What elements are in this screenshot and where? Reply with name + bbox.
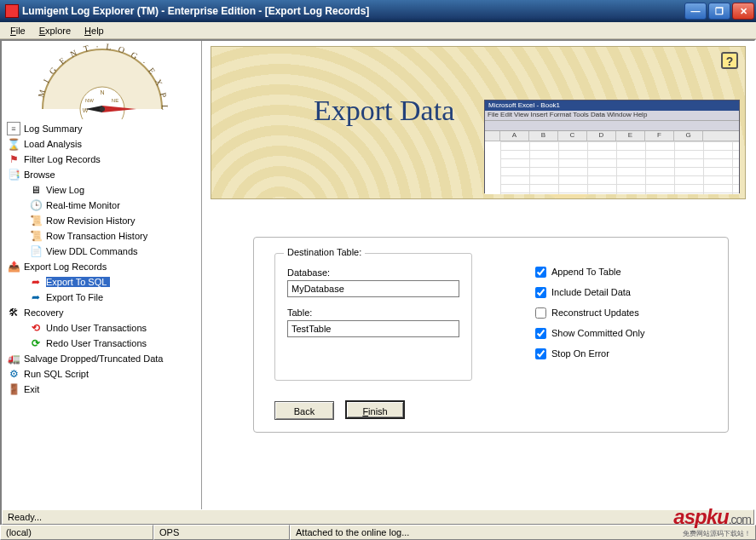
svg-text:NW: NW [85, 98, 94, 103]
compass-logo: M I G E N T · L O G · E X P L O N NW NE … [7, 43, 198, 119]
nav-salvage[interactable]: Salvage Dropped/Truncated Data [7, 351, 198, 366]
nav-row-transaction[interactable]: Row Transaction History [7, 228, 198, 244]
finish-button[interactable]: Finish [345, 400, 405, 419]
nav-load-analysis[interactable]: Load Analysis [7, 136, 198, 152]
recovery-icon [7, 306, 20, 319]
table-label: Table: [287, 307, 459, 318]
history-icon [29, 229, 43, 243]
opt-committed[interactable]: Show Committed Only [532, 323, 702, 343]
excel-thumbnail: Microsoft Excel - Book1 File Edit View I… [484, 100, 740, 193]
window-title: Lumigent Log Explorer (TM) - Enterprise … [22, 5, 683, 17]
status-server: (local) [0, 525, 153, 540]
nav-exit[interactable]: Exit [7, 382, 198, 397]
menu-explore[interactable]: Explore [32, 24, 78, 37]
close-button[interactable]: ✕ [732, 3, 754, 20]
browse-icon [7, 168, 20, 181]
nav-run-sql[interactable]: Run SQL Script [7, 366, 198, 382]
svg-text:W: W [83, 107, 89, 113]
ddl-icon [29, 244, 43, 258]
sql-arrow-icon [29, 275, 43, 289]
status-ready: Ready... [2, 509, 754, 525]
menu-help[interactable]: Help [78, 24, 111, 37]
back-button[interactable]: Back [274, 401, 334, 420]
nav-undo[interactable]: Undo User Transactions [7, 320, 198, 336]
minimize-button[interactable]: — [684, 3, 707, 20]
database-input[interactable] [287, 280, 459, 297]
status-attached: Attached to the online log... [290, 525, 756, 540]
opt-reconstruct[interactable]: Reconstruct Updates [532, 302, 702, 323]
nav-view-ddl[interactable]: View DDL Commands [7, 244, 198, 259]
opt-stop-checkbox[interactable] [535, 348, 546, 359]
maximize-button[interactable]: ❐ [708, 3, 730, 20]
status-db: OPS [153, 525, 290, 540]
nav-export-sql[interactable]: Export To SQL [7, 274, 198, 290]
history-icon [29, 214, 43, 227]
nav-realtime[interactable]: Real-time Monitor [7, 198, 198, 213]
document-icon [7, 122, 20, 135]
undo-icon [29, 321, 43, 335]
opt-committed-checkbox[interactable] [535, 328, 546, 339]
nav-redo[interactable]: Redo User Transactions [7, 336, 198, 351]
table-input[interactable] [287, 320, 459, 337]
banner-title: Export Data [314, 95, 454, 127]
svg-text:NE: NE [112, 98, 118, 103]
nav-log-summary[interactable]: Log Summary [7, 121, 198, 136]
file-arrow-icon [29, 290, 43, 304]
nav-view-log[interactable]: View Log [7, 182, 198, 198]
app-icon [5, 4, 19, 18]
help-button[interactable]: ? [721, 52, 738, 69]
nav-sidebar: M I G E N T · L O G · E X P L O N NW NE … [2, 41, 202, 525]
export-icon [7, 260, 20, 273]
client-area: M I G E N T · L O G · E X P L O N NW NE … [0, 39, 756, 526]
content-panel: ? Export Data Microsoft Excel - Book1 Fi… [202, 41, 754, 525]
clock-icon [29, 198, 43, 212]
banner: ? Export Data Microsoft Excel - Book1 Fi… [211, 46, 746, 199]
destination-legend: Destination Table: [284, 247, 365, 257]
nav-export[interactable]: Export Log Records [7, 259, 198, 274]
title-bar: Lumigent Log Explorer (TM) - Enterprise … [0, 0, 756, 22]
opt-append-checkbox[interactable] [535, 267, 546, 278]
hourglass-icon [7, 137, 20, 151]
nav-export-file[interactable]: Export To File [7, 290, 198, 305]
nav-browse[interactable]: Browse [7, 167, 198, 182]
opt-detail[interactable]: Include Detail Data [532, 282, 702, 302]
nav-filter[interactable]: Filter Log Records [7, 152, 198, 167]
monitor-icon [29, 183, 43, 197]
nav-recovery[interactable]: Recovery [7, 305, 198, 320]
status-bar: (local) OPS Attached to the online log..… [0, 525, 756, 540]
excel-titlebar: Microsoft Excel - Book1 [485, 101, 739, 111]
excel-menubar: File Edit View Insert Format Tools Data … [485, 111, 739, 121]
svg-point-8 [100, 106, 105, 112]
excel-grid: ABCDEFG [485, 131, 739, 194]
exit-icon [7, 382, 20, 396]
opt-reconstruct-checkbox[interactable] [535, 307, 546, 319]
database-label: Database: [287, 267, 459, 278]
excel-toolbar [485, 121, 739, 131]
menu-file[interactable]: File [3, 24, 32, 37]
menu-bar: File Explore Help [0, 22, 756, 39]
opt-stop[interactable]: Stop On Error [532, 343, 702, 364]
filter-icon [7, 152, 20, 166]
opt-append[interactable]: Append To Table [532, 261, 702, 282]
options-group: Append To Table Include Detail Data Reco… [532, 261, 702, 364]
destination-group: Destination Table: Database: Table: [274, 253, 472, 381]
gear-icon [7, 367, 20, 381]
salvage-icon [7, 352, 20, 365]
redo-icon [29, 336, 43, 350]
wizard-group: Destination Table: Database: Table: Appe… [253, 237, 729, 433]
nav-tree: Log Summary Load Analysis Filter Log Rec… [7, 121, 198, 397]
svg-text:N: N [100, 89, 104, 95]
nav-row-revision[interactable]: Row Revision History [7, 213, 198, 228]
opt-detail-checkbox[interactable] [535, 287, 546, 298]
